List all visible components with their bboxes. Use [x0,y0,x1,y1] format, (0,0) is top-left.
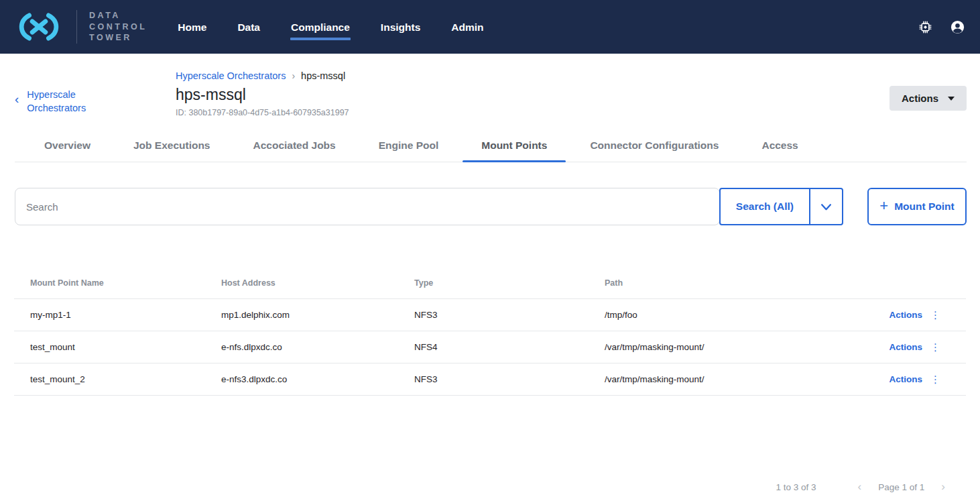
kebab-menu-icon[interactable]: ⋮ [930,310,940,320]
brand-wordmark: DATA CONTROL TOWER [89,10,147,44]
title-block: Hyperscale Orchestrators › hps-mssql hps… [162,70,890,117]
app-header: DATA CONTROL TOWER Home Data Compliance … [0,0,980,54]
cell-path: /var/tmp/masking-mount/ [605,374,872,384]
previous-page-icon[interactable]: ‹ [858,480,862,494]
search-input[interactable] [15,188,720,225]
breadcrumb-current: hps-mssql [301,70,345,81]
breadcrumb-parent-link[interactable]: Hyperscale Orchestrators [176,70,286,81]
cell-host-address: e-nfs3.dlpxdc.co [221,374,414,384]
row-actions-button[interactable]: Actions [889,310,922,320]
nav-item-compliance[interactable]: Compliance [291,15,350,39]
mount-points-table: Mount Point Name Host Address Type Path … [14,268,966,396]
row-actions-button[interactable]: Actions [889,342,922,352]
page-actions-button[interactable]: Actions [890,86,967,111]
page-title: hps-mssql [176,86,890,104]
table-header-row: Mount Point Name Host Address Type Path [14,268,966,299]
cell-path: /tmp/foo [605,310,872,320]
user-account-icon[interactable] [950,19,965,35]
cell-actions: Actions ⋮ [872,374,966,384]
tab-engine-pool[interactable]: Engine Pool [360,131,458,162]
back-chevron-icon: ‹ [15,93,19,117]
col-header-host-address: Host Address [221,278,414,288]
main-nav: Home Data Compliance Insights Admin [178,15,483,39]
tab-access[interactable]: Access [743,131,816,162]
tab-connector-configurations[interactable]: Connector Configurations [571,131,737,162]
cell-mount-point-name: my-mp1-1 [14,310,221,320]
add-mount-point-button[interactable]: + Mount Point [867,188,967,225]
pager-controls: ‹ Page 1 of 1 › [858,480,945,494]
orchestrator-id: ID: 380b1797-89a0-4d75-a1b4-607935a31997 [176,108,890,117]
col-header-type: Type [414,278,605,288]
tab-mount-points[interactable]: Mount Points [463,131,566,162]
page-indicator: Page 1 of 1 [878,482,924,492]
detail-tabs: Overview Job Executions Accociated Jobs … [15,131,967,162]
back-link-label: Hyperscale Orchestrators [27,88,101,117]
pagination: 1 to 3 of 3 ‹ Page 1 of 1 › [776,480,945,494]
mount-points-toolbar: Search (All) + Mount Point [15,188,967,225]
nav-item-data[interactable]: Data [237,15,260,39]
breadcrumb-separator-icon: › [292,70,295,81]
search-split-button: Search (All) [719,188,843,225]
table-row: test_mount e-nfs.dlpxdc.co NFS4 /var/tmp… [14,331,966,364]
tab-accociated-jobs[interactable]: Accociated Jobs [235,131,355,162]
cell-host-address: e-nfs.dlpxdc.co [221,342,414,352]
cell-mount-point-name: test_mount [14,342,221,352]
table-row: test_mount_2 e-nfs3.dlpxdc.co NFS3 /var/… [14,364,966,396]
cell-type: NFS3 [414,374,605,384]
cell-type: NFS4 [414,342,605,352]
pagination-range: 1 to 3 of 3 [776,482,816,492]
row-actions-button[interactable]: Actions [889,374,922,384]
col-header-path: Path [605,278,872,288]
next-page-icon[interactable]: › [941,480,945,494]
nav-item-insights[interactable]: Insights [381,15,420,39]
table-row: my-mp1-1 mp1.delphix.com NFS3 /tmp/foo A… [14,299,966,331]
caret-down-icon [948,97,955,101]
col-header-mount-point-name: Mount Point Name [14,278,221,288]
search-all-button[interactable]: Search (All) [721,189,809,224]
tab-job-executions[interactable]: Job Executions [115,131,229,162]
breadcrumb: Hyperscale Orchestrators › hps-mssql [176,70,890,81]
cell-path: /var/tmp/masking-mount/ [605,342,872,352]
cell-actions: Actions ⋮ [872,342,966,352]
nav-item-home[interactable]: Home [178,15,206,39]
logo-divider [76,10,77,44]
delphix-logo-icon [15,12,63,42]
kebab-menu-icon[interactable]: ⋮ [930,342,940,352]
cell-actions: Actions ⋮ [872,310,966,320]
plus-icon: + [879,199,888,213]
page-actions-label: Actions [902,93,938,104]
nav-item-admin[interactable]: Admin [451,15,483,39]
page-head: ‹ Hyperscale Orchestrators Hyperscale Or… [0,54,980,117]
cell-host-address: mp1.delphix.com [221,310,414,320]
cell-type: NFS3 [414,310,605,320]
chevron-down-icon [820,203,832,211]
search-scope-dropdown-button[interactable] [809,189,842,224]
header-icons [918,19,965,35]
kebab-menu-icon[interactable]: ⋮ [930,374,940,384]
cpu-chip-icon[interactable] [918,20,932,34]
back-link[interactable]: ‹ Hyperscale Orchestrators [15,88,162,117]
tab-overview[interactable]: Overview [25,131,109,162]
add-mount-point-label: Mount Point [894,201,955,213]
cell-mount-point-name: test_mount_2 [14,374,221,384]
